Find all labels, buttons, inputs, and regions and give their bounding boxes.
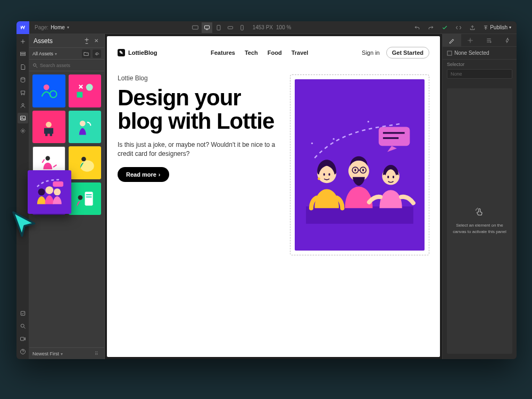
bp-tablet-icon[interactable]	[213, 22, 224, 33]
svg-point-43	[333, 138, 335, 140]
svg-point-10	[22, 104, 24, 106]
hero-subtitle: Is this just a joke, or maybe not? Would…	[118, 140, 277, 159]
hero-illustration	[295, 79, 425, 251]
asset-thumb[interactable]	[69, 74, 102, 107]
svg-rect-16	[20, 337, 24, 340]
nav-link[interactable]: Food	[268, 49, 282, 56]
redo-icon[interactable]	[426, 22, 436, 33]
svg-point-55	[354, 169, 356, 171]
svg-point-28	[45, 156, 49, 160]
svg-rect-26	[50, 132, 52, 136]
svg-point-19	[44, 85, 49, 90]
selector-input[interactable]: None	[447, 69, 512, 79]
selector-label: Selector	[443, 60, 517, 69]
hero-title: Design your blog with Lottie	[118, 86, 277, 133]
svg-point-60	[470, 39, 471, 41]
image-dropzone[interactable]	[290, 74, 429, 255]
bp-xl-icon[interactable]	[190, 22, 201, 33]
undo-icon[interactable]	[412, 22, 422, 33]
get-started-button[interactable]: Get Started	[386, 47, 429, 59]
nav-link[interactable]: Tech	[245, 49, 258, 56]
pin-icon[interactable]	[83, 37, 90, 45]
svg-rect-14	[21, 311, 25, 315]
logo-mark-icon: ✎	[118, 49, 125, 56]
read-more-label: Read more	[126, 171, 156, 178]
svg-rect-34	[85, 192, 93, 205]
webflow-logo[interactable]	[16, 21, 29, 34]
topbar: Page: Home ▾ 1453 PX 100 % Publish	[16, 21, 517, 34]
svg-rect-35	[86, 194, 92, 195]
svg-point-27	[80, 120, 86, 126]
svg-point-58	[387, 176, 389, 178]
style-tab-icon[interactable]	[443, 34, 461, 46]
asset-thumb[interactable]	[69, 146, 102, 179]
assets-icon[interactable]	[18, 113, 28, 123]
assets-search-input[interactable]	[40, 63, 101, 68]
nav-link[interactable]: Travel	[292, 49, 309, 56]
bp-mobile-l-icon[interactable]	[225, 22, 236, 33]
audit-icon[interactable]	[18, 308, 28, 319]
settings-tab-icon[interactable]	[461, 34, 480, 46]
svg-rect-1	[204, 26, 209, 29]
assets-filter[interactable]: All Assets	[32, 51, 80, 56]
ecommerce-icon[interactable]	[18, 87, 28, 98]
code-icon[interactable]	[453, 22, 464, 33]
svg-point-15	[21, 324, 24, 327]
asset-thumb[interactable]	[32, 111, 65, 144]
canvas[interactable]: ✎ LottieBlog Features Tech Food Travel S…	[107, 36, 440, 357]
add-element-icon[interactable]	[18, 36, 28, 47]
asset-thumb[interactable]	[32, 74, 65, 107]
users-icon[interactable]	[18, 100, 28, 111]
read-more-button[interactable]: Read more ›	[118, 167, 169, 182]
svg-point-64	[46, 186, 54, 194]
breakpoint-switcher	[190, 22, 247, 33]
topbar-right: Publish ▾	[412, 22, 517, 33]
export-icon[interactable]	[467, 22, 478, 33]
right-panel: None Selected Selector None Select an el…	[442, 34, 517, 359]
sign-in-link[interactable]: Sign in	[362, 49, 380, 56]
page-name: Home	[51, 24, 65, 30]
publish-label: Publish	[490, 24, 508, 30]
svg-point-37	[78, 195, 82, 200]
video-icon[interactable]	[18, 334, 28, 344]
close-icon[interactable]: ✕	[93, 37, 100, 45]
assets-sort[interactable]: Newest First	[32, 351, 95, 356]
cms-icon[interactable]	[18, 74, 28, 85]
svg-point-61	[490, 41, 491, 42]
dragging-asset-thumb[interactable]	[28, 170, 71, 214]
bp-mobile-icon[interactable]	[237, 22, 247, 33]
svg-point-63	[38, 188, 45, 195]
brand-name: LottieBlog	[128, 49, 157, 56]
svg-rect-5	[20, 52, 25, 53]
bp-desktop-icon[interactable]	[202, 22, 212, 33]
publish-button[interactable]: Publish ▾	[481, 24, 513, 30]
interactions-tab-icon[interactable]	[498, 34, 517, 46]
new-folder-icon[interactable]	[82, 49, 90, 58]
nav-link[interactable]: Features	[211, 49, 235, 56]
site-nav: ✎ LottieBlog Features Tech Food Travel S…	[118, 47, 429, 59]
svg-rect-21	[77, 92, 82, 98]
status-saved-icon[interactable]	[439, 22, 450, 33]
empty-message: Select an element on the canvas to activ…	[452, 222, 507, 234]
canvas-width: 1453 PX	[253, 24, 273, 30]
svg-point-22	[86, 84, 93, 91]
svg-rect-46	[306, 206, 413, 224]
asset-thumb[interactable]	[69, 111, 102, 144]
page-selector[interactable]: Page: Home ▾	[29, 24, 74, 30]
pages-icon[interactable]	[18, 62, 28, 72]
style-manager-tab-icon[interactable]	[480, 34, 498, 46]
svg-point-48	[323, 173, 325, 176]
navigator-icon[interactable]	[18, 49, 28, 60]
svg-point-20	[50, 91, 57, 98]
svg-rect-62	[447, 51, 452, 55]
assets-title: Assets	[34, 37, 81, 45]
svg-rect-39	[379, 127, 410, 146]
help-icon[interactable]	[18, 346, 28, 357]
settings-icon[interactable]	[18, 126, 28, 136]
grid-view-icon[interactable]: ⠿	[95, 351, 101, 356]
site-logo[interactable]: ✎ LottieBlog	[118, 49, 157, 56]
asset-thumb[interactable]	[69, 182, 102, 215]
upload-cloud-icon[interactable]	[93, 49, 101, 58]
canvas-zoom: 100 %	[276, 24, 291, 30]
search-icon[interactable]	[18, 321, 28, 331]
